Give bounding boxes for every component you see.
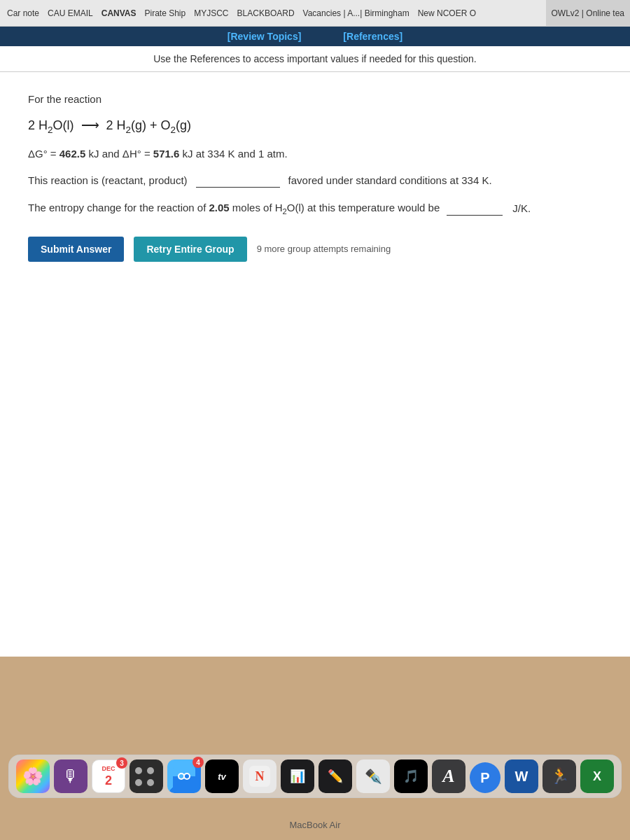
tab-canvas[interactable]: CANVAS — [102, 8, 136, 18]
review-topics-link[interactable]: [Review Topics] — [227, 31, 302, 42]
dock: 🌸 🎙 DEC 2 3 — [8, 755, 622, 798]
reaction-left: 2 H2O(l) — [28, 118, 74, 135]
tab-vacancies[interactable]: Vacancies | A...| Birmingham — [303, 8, 410, 18]
button-row: Submit Answer Retry Entire Group 9 more … — [28, 237, 602, 262]
attempts-remaining-text: 9 more group attempts remaining — [257, 244, 391, 254]
question1-line: This reaction is (reactant, product) fav… — [28, 174, 602, 188]
dock-prezi-icon[interactable]: P — [470, 762, 500, 793]
question2-answer-blank[interactable] — [447, 202, 503, 216]
tab-new-ncoer[interactable]: New NCOER O — [418, 8, 476, 18]
submit-answer-button[interactable]: Submit Answer — [28, 237, 124, 262]
question2-line: The entropy change for the reaction of 2… — [28, 202, 602, 216]
retry-entire-group-button[interactable]: Retry Entire Group — [134, 237, 246, 262]
dock-excel-icon[interactable]: X — [580, 760, 614, 793]
reaction-right: 2 H2(g) + O2(g) — [106, 118, 192, 135]
dock-container: 🌸 🎙 DEC 2 3 — [0, 755, 630, 798]
dock-pencil-icon[interactable]: ✒️ — [356, 760, 390, 793]
tab-car-note[interactable]: Car note — [7, 8, 39, 18]
dock-word-icon[interactable]: W — [505, 760, 538, 793]
main-content: [Review Topics] [References] Use the Ref… — [0, 27, 630, 657]
tab-myjscc[interactable]: MYJSCC — [194, 8, 228, 18]
svg-text:N: N — [255, 769, 265, 783]
references-link[interactable]: [References] — [343, 31, 402, 42]
calendar-badge: 3 — [116, 757, 127, 769]
calendar-month-label: DEC — [102, 765, 115, 772]
thermodynamics-line: ΔG° = 462.5 kJ and ΔH° = 571.6 kJ at 334… — [28, 148, 602, 160]
svg-point-4 — [179, 774, 183, 778]
question2-pre-text: The entropy change for the reaction of 2… — [28, 202, 440, 216]
tab-blackboard[interactable]: BLACKBOARD — [237, 8, 295, 18]
for-the-reaction-label: For the reaction — [28, 93, 602, 105]
svg-point-5 — [185, 774, 189, 778]
tab-pirate-ship[interactable]: Pirate Ship — [145, 8, 186, 18]
dock-tv-icon[interactable]: tv — [205, 760, 239, 793]
dock-launchpad-icon[interactable] — [130, 760, 163, 793]
owlv2-badge: OWLv2 | Online tea — [546, 0, 631, 27]
question1-pre-text: This reaction is (reactant, product) — [28, 174, 188, 186]
question1-answer-blank[interactable] — [196, 174, 280, 188]
dock-figure-icon[interactable]: 🏃 — [542, 760, 576, 793]
dock-automator-icon[interactable]: A — [432, 760, 465, 793]
dock-stocks-icon[interactable]: 📊 — [281, 760, 314, 793]
reaction-arrow: ⟶ — [81, 118, 99, 133]
tv-label: tv — [218, 771, 226, 782]
calendar-day-label: 2 — [105, 774, 112, 788]
dock-podcasts-icon[interactable]: 🎙 — [54, 760, 88, 793]
link-bar: [Review Topics] [References] — [0, 27, 630, 46]
reaction-equation: 2 H2O(l) ⟶ 2 H2(g) + O2(g) — [28, 118, 602, 135]
question-area: For the reaction 2 H2O(l) ⟶ 2 H2(g) + O2… — [0, 72, 630, 283]
dock-news-icon[interactable]: N — [243, 760, 276, 793]
macbook-air-label: MacBook Air — [0, 820, 630, 830]
dock-photos-icon[interactable]: 🌸 — [16, 760, 50, 793]
finder-badge: 4 — [192, 757, 204, 768]
dock-notes-icon[interactable]: ✏️ — [318, 760, 352, 793]
dock-finder-icon[interactable]: 4 — [167, 760, 201, 793]
dock-calendar-icon[interactable]: DEC 2 3 — [92, 760, 125, 793]
reference-note: Use the References to access important v… — [0, 46, 630, 72]
question1-post-text: favored under standard conditions at 334… — [288, 174, 492, 186]
dock-music-icon[interactable]: 🎵 — [394, 760, 428, 793]
tab-cau-email[interactable]: CAU EMAIL — [48, 8, 93, 18]
browser-tab-bar: Car note CAU EMAIL CANVAS Pirate Ship MY… — [0, 0, 630, 27]
question2-unit: J/K. — [512, 202, 531, 214]
